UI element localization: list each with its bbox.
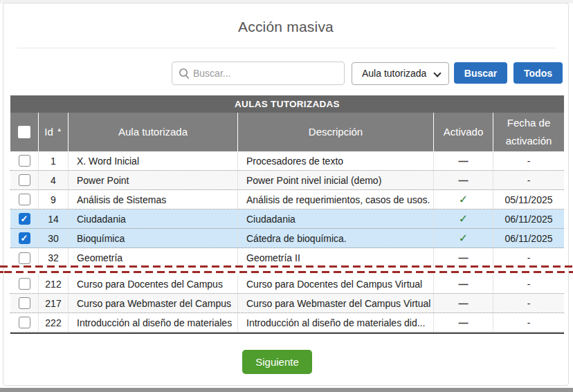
cell-fecha: 06/11/2025 — [493, 209, 564, 228]
cell-fecha: - — [493, 171, 564, 189]
row-checkbox-cell — [10, 294, 39, 312]
aulas-tutorizadas-table: AULAS TUTORIZADAS Id ▲ Aula tutorizada D… — [10, 95, 564, 334]
row-checkbox[interactable] — [19, 252, 30, 264]
row-checkbox[interactable] — [19, 194, 30, 205]
cell-descripcion: Análisis de requerimientos, casos de uso… — [238, 190, 434, 209]
table-row: ✓14CiudadaniaCiudadania✓06/11/2025 — [10, 209, 564, 229]
table-row: 217Curso para Webmaster del CampusCurso … — [10, 294, 564, 313]
row-checkbox-cell: ✓ — [10, 229, 39, 248]
table-bottom-border — [10, 333, 564, 334]
row-checkbox-cell — [10, 313, 39, 332]
search-icon — [179, 68, 190, 80]
todos-button[interactable]: Todos — [513, 62, 563, 84]
sort-asc-icon: ▲ — [57, 125, 62, 135]
cell-aula: Bioquímica — [69, 229, 238, 248]
page-title: Acción masiva — [3, 19, 568, 35]
cell-fecha: - — [493, 313, 564, 332]
cell-activado: — — [434, 248, 493, 268]
row-checkbox[interactable] — [19, 278, 30, 290]
cell-aula: Ciudadania — [69, 209, 238, 228]
search-box — [172, 62, 345, 85]
chevron-down-icon — [433, 69, 441, 77]
cell-activado: ✓ — [434, 190, 493, 209]
title-divider — [17, 48, 556, 48]
cell-id: 217 — [39, 294, 69, 312]
cell-fecha: - — [493, 294, 564, 312]
column-header-id[interactable]: Id ▲ — [39, 113, 69, 151]
table-banner: AULAS TUTORIZADAS — [10, 95, 564, 113]
table-row: 4Power PointPower Point nivel inicial (d… — [10, 171, 564, 190]
cell-descripcion: Curso para Docentes del Campus Virtual — [238, 274, 434, 293]
cell-aula: Curso para Docentes del Campus — [69, 274, 238, 293]
cell-aula: Introducción al diseño de materiales — [69, 313, 238, 332]
cell-aula: Geometría — [69, 248, 238, 268]
cell-fecha: - — [493, 274, 564, 293]
cell-descripcion: Curso para Webmaster del Campus Virtual — [238, 294, 434, 312]
row-checkbox[interactable] — [19, 155, 30, 167]
cell-activado: — — [434, 274, 493, 293]
cell-id: 222 — [39, 313, 69, 332]
cell-activado: — — [434, 171, 493, 189]
cell-descripcion: Introducción al diseño de materiales did… — [238, 313, 434, 332]
bottom-edge-strip — [0, 388, 573, 392]
cell-fecha: 06/11/2025 — [493, 229, 564, 248]
cell-descripcion: Cátedra de bioquímica. — [238, 229, 434, 248]
filter-select-value: Aula tutorizada — [362, 68, 426, 79]
column-header-descripcion[interactable]: Descripción — [238, 113, 434, 151]
cell-descripcion: Ciudadania — [238, 209, 434, 228]
cell-id: 1 — [39, 151, 69, 170]
cell-activado: — — [434, 294, 493, 312]
cell-aula: Análisis de Sistemas — [69, 190, 238, 209]
select-all-checkbox[interactable] — [18, 126, 30, 138]
cell-aula: X. Word Inicial — [69, 151, 238, 170]
accion-masiva-panel: Acción masiva Aula tutorizada Buscar Tod… — [3, 3, 569, 386]
table-body: 1X. Word InicialProcesadores de texto—-4… — [10, 151, 564, 333]
table-row: 1X. Word InicialProcesadores de texto—- — [10, 151, 564, 171]
cell-aula: Power Point — [69, 171, 238, 189]
table-row: 222Introducción al diseño de materialesI… — [10, 313, 564, 333]
row-checkbox-cell — [10, 248, 39, 268]
cell-id: 212 — [39, 274, 69, 293]
cell-descripcion: Power Point nivel inicial (demo) — [238, 171, 434, 189]
row-checkbox-cell — [10, 274, 39, 293]
cell-fecha: 05/11/2025 — [493, 190, 564, 209]
select-all-cell — [10, 113, 39, 151]
row-checkbox[interactable]: ✓ — [19, 232, 30, 244]
row-checkbox[interactable]: ✓ — [19, 213, 30, 225]
table-row: ✓30BioquímicaCátedra de bioquímica.✓06/1… — [10, 229, 564, 248]
siguiente-button[interactable]: Siguiente — [242, 350, 312, 374]
cell-id: 4 — [39, 171, 69, 189]
cell-descripcion: Geometría II — [238, 248, 434, 268]
column-header-aula[interactable]: Aula tutorizada — [69, 113, 238, 151]
cell-activado: — — [434, 151, 493, 170]
filter-select[interactable]: Aula tutorizada — [352, 62, 449, 85]
cell-fecha: - — [493, 151, 564, 170]
search-input[interactable] — [193, 62, 342, 84]
truncation-dashed-line — [0, 265, 573, 268]
table-header-row: Id ▲ Aula tutorizada Descripción Activad… — [10, 113, 564, 151]
truncation-dashed-line — [0, 271, 573, 273]
row-checkbox-cell: ✓ — [10, 209, 39, 228]
cell-activado: — — [434, 313, 493, 332]
cell-id: 9 — [39, 190, 69, 209]
table-row: 212Curso para Docentes del CampusCurso p… — [10, 274, 564, 294]
cell-descripcion: Procesadores de texto — [238, 151, 434, 170]
row-checkbox[interactable] — [19, 297, 30, 309]
buscar-button[interactable]: Buscar — [454, 62, 507, 84]
column-header-activado[interactable]: Activado — [434, 113, 493, 151]
column-header-fecha[interactable]: Fecha de activación — [493, 113, 564, 151]
cell-id: 30 — [39, 229, 69, 248]
cell-activado: ✓ — [434, 229, 493, 248]
table-row: 9Análisis de SistemasAnálisis de requeri… — [10, 190, 564, 209]
cell-aula: Curso para Webmaster del Campus — [69, 294, 238, 312]
cell-id: 32 — [39, 248, 69, 268]
row-checkbox-cell — [10, 171, 39, 189]
row-checkbox-cell — [10, 190, 39, 209]
row-checkbox-cell — [10, 151, 39, 170]
cell-fecha: - — [493, 248, 564, 268]
row-checkbox[interactable] — [19, 174, 30, 186]
table-row: 32GeometríaGeometría II—- — [10, 248, 564, 268]
cell-activado: ✓ — [434, 209, 493, 228]
row-checkbox[interactable] — [19, 317, 30, 328]
cell-id: 14 — [39, 209, 69, 228]
